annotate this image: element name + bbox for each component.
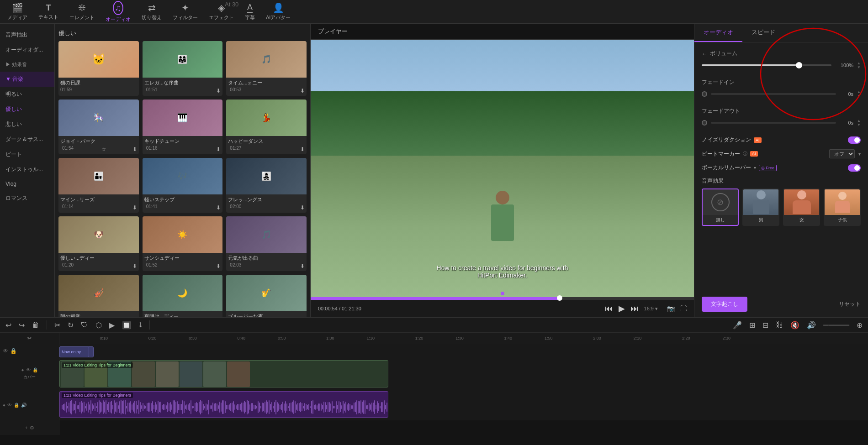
player-thumb[interactable] [557,295,562,301]
zoom-btn[interactable]: ⊕ [857,321,863,330]
download-icon-3[interactable]: ⬇ [132,146,137,152]
sound-card-none[interactable]: ⊘ 無し [702,188,739,226]
toolbar-filter[interactable]: ✦ フィルター [173,2,198,21]
left-item-dark[interactable]: ダーク＆サス... [0,132,54,147]
next-btn[interactable]: ⏭ [630,304,639,314]
download-icon-11[interactable]: ⬇ [300,263,305,269]
download-icon-4[interactable]: ⬇ [216,146,221,152]
delete-btn[interactable]: 🗑 [32,321,39,329]
media-card-4[interactable]: 🎹 キッドチューン 01:16 ⬇ [143,99,223,154]
play-btn[interactable]: ▶ [619,304,625,314]
download-icon-8[interactable]: ⬇ [300,204,305,211]
link-btn[interactable]: ⛓ [776,321,783,329]
text-track-lock-icon[interactable]: 🔒 [10,348,17,354]
left-item-bright[interactable]: 明るい [0,87,54,102]
vocal-expand-icon[interactable]: ▾ [754,165,756,170]
text-clip-16[interactable]: Now enjoy [59,346,89,357]
beat-select[interactable]: オフ123 [829,149,855,158]
toolbar-media[interactable]: 🎬 メディア [7,2,27,21]
left-item-beat[interactable]: ビート [0,147,54,162]
speed-btn[interactable]: ▶ [109,321,115,330]
video-eye-icon[interactable]: 👁 [26,367,31,372]
freeze-btn[interactable]: 🔲 [122,321,131,330]
audio-vol-icon[interactable]: 🔊 [21,403,26,408]
left-item-romance[interactable]: ロマンス [0,191,54,206]
media-card-12[interactable]: 🎻 朝の和音 01:51 ⬇ [58,275,139,317]
media-card-0[interactable]: 🐱 猫の日課 01:59 [58,41,139,96]
download-icon-10[interactable]: ⬇ [216,263,221,269]
sound-card-child[interactable]: 子供 [824,188,861,226]
left-item-install[interactable]: インストゥル... [0,162,54,177]
fullscreen-btn[interactable]: ⛶ [680,305,687,312]
toolbar-caption[interactable]: A 字幕 [245,3,255,21]
toolbar-audio[interactable]: ♫ オーディオ [106,1,131,23]
media-card-2[interactable]: 🎵 タイム...ォニー 00:53 ⬇ [226,41,307,96]
left-item-gentle[interactable]: 優しい [0,102,54,117]
volume-thumb[interactable] [796,62,802,68]
media-card-14[interactable]: 🎷 ブルージーな夜 01:12 ⬇ [226,275,307,317]
mic-btn[interactable]: 🎤 [733,321,742,330]
toolbar-transition[interactable]: ⇄ 切り替え [142,2,162,21]
sound-card-woman[interactable]: 女 [783,188,820,226]
left-item-audio-dl[interactable]: オーディオダ... [0,42,54,58]
split2-btn[interactable]: ⊞ [749,321,755,330]
video-lock-icon[interactable]: 🔒 [32,367,38,372]
noise-toggle[interactable] [848,136,861,144]
download-icon-5[interactable]: ⬇ [300,146,305,152]
toolbar-ai[interactable]: 👤 AIアバター [266,2,291,21]
text-track-eye-icon[interactable]: 👁 [3,348,8,354]
reset-button[interactable]: リセット [839,300,861,308]
motion-btn[interactable]: ⤵ [138,321,142,329]
fade-in-track[interactable] [711,93,836,95]
media-card-1[interactable]: 👨‍👩‍👧 エレガ...な序曲 01:51 ⬇ [143,41,223,96]
volume-stepper[interactable]: ▲ ▼ [857,61,861,69]
download-icon-9[interactable]: ⬇ [132,263,137,269]
left-item-sad[interactable]: 悲しい [0,117,54,132]
media-card-3[interactable]: 🎠 ジョイ・パーク 01:54 ☆ ⬇ [58,99,139,154]
sound-card-man[interactable]: 男 [742,188,779,226]
aspect-drop-icon[interactable]: ▾ [655,306,658,311]
split-btn[interactable]: ✂ [54,321,60,330]
media-card-13[interactable]: 🌙 夜明け...ディー 02:34 ⬇ [143,275,223,317]
vocal-toggle[interactable] [848,164,861,172]
merge-btn[interactable]: ⊟ [762,321,768,330]
audio-lock-icon[interactable]: 🔒 [14,403,19,408]
toolbar-elements[interactable]: ❊ エレメント [69,2,95,21]
shield-btn[interactable]: 🛡 [81,321,88,329]
media-card-9[interactable]: 🐶 優しい...ディー 01:20 ⬇ [58,216,139,271]
transcribe-button[interactable]: 文字起こし [702,297,747,312]
media-card-5[interactable]: 💃 ハッピーダンス 01:27 ⬇ [226,99,307,154]
mute-btn[interactable]: 🔇 [790,321,799,330]
fade-out-stepper[interactable]: ▲ ▼ [857,119,861,127]
vol-btn[interactable]: 🔊 [807,321,816,330]
audio-clip-main[interactable]: 1:21 Video Editing Tips for Beginners [59,391,388,418]
download-icon-6[interactable]: ⬇ [132,204,137,211]
undo-btn[interactable]: ↩ [5,321,11,330]
prev-btn[interactable]: ⏮ [605,304,613,314]
download-icon-2[interactable]: ⬇ [300,88,305,94]
tab-audio[interactable]: オーディオ [694,24,742,42]
add-icon[interactable]: + [25,425,27,430]
media-card-10[interactable]: ☀️ サンシュディー 01:52 ⬇ [143,216,223,271]
media-card-11[interactable]: 🎵 元気が出る曲 02:03 ⬇ [226,216,307,271]
left-item-sfx[interactable]: ▶ 効果音 [0,58,54,72]
star-icon-3[interactable]: ☆ [101,146,106,152]
redo-btn[interactable]: ↪ [19,321,25,330]
player-timeline[interactable] [311,297,694,300]
audio-eye-icon[interactable]: 👁 [7,403,12,408]
zoom-slider[interactable]: ───── [823,321,849,329]
left-item-music[interactable]: ▼ 音楽 [0,72,54,87]
screenshot-btn[interactable]: 📷 [667,305,675,312]
left-item-extract[interactable]: 音声抽出 [0,27,54,42]
download-icon-1[interactable]: ⬇ [216,88,221,94]
fade-in-stepper[interactable]: ▲ ▼ [857,90,861,98]
media-card-6[interactable]: 👨‍👧 マイン...リーズ 01:14 ⬇ [58,158,139,213]
crop-btn[interactable]: ⬡ [95,321,102,330]
rotate-btn[interactable]: ↻ [68,321,74,330]
video-clip-main[interactable]: 1:21 Video Editing Tips for Beginners [59,360,388,387]
download-icon-7[interactable]: ⬇ [216,204,221,211]
volume-slider[interactable] [702,64,831,66]
fade-out-track[interactable] [711,122,836,124]
left-item-vlog[interactable]: Vlog [0,177,54,191]
media-card-7[interactable]: 🎶 軽いステップ 01:41 ⬇ [143,158,223,213]
